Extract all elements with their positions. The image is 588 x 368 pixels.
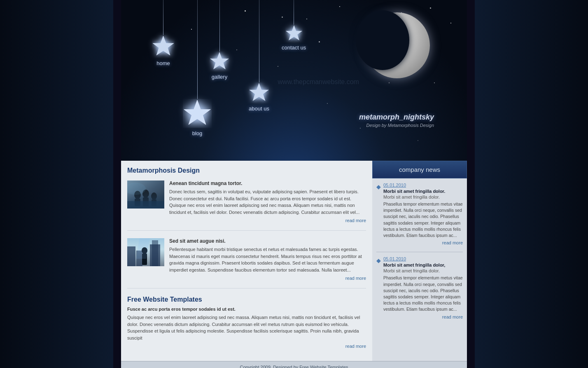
nav-blog-label: blog bbox=[192, 130, 203, 136]
content-left: Metamorphosis Design bbox=[121, 161, 372, 361]
svg-point-10 bbox=[151, 192, 157, 200]
nav-contact-label: contact us bbox=[282, 45, 306, 51]
news-bullet-1: ◆ bbox=[376, 183, 381, 245]
templates-title: Free Website Templates bbox=[127, 296, 366, 303]
news-headline-2-light: Morbi sit amet fringilla dolor. bbox=[383, 268, 463, 273]
news-item-2: ◆ 05.01.2010 Morbi sit amet fringilla do… bbox=[376, 256, 463, 319]
hanging-line-about bbox=[259, 0, 259, 82]
content-right: company news ◆ 05.01.2010 Morbi sit amet… bbox=[372, 161, 467, 361]
article-1-body: Donec lectus sem, sagittis in volutpat e… bbox=[169, 188, 366, 216]
article-1-title: Aenean tincidunt magna tortor. bbox=[169, 180, 366, 186]
templates-read-more[interactable]: read more bbox=[127, 344, 366, 349]
svg-rect-11 bbox=[152, 199, 156, 206]
star-icon-home bbox=[152, 35, 175, 58]
svg-marker-4 bbox=[184, 100, 211, 125]
nav-home-label: home bbox=[156, 60, 170, 66]
nav-gallery[interactable]: gallery bbox=[210, 0, 229, 80]
news-read-more-2[interactable]: read more bbox=[383, 314, 463, 319]
brand-tagline: Design by Metamorphosis Design bbox=[359, 123, 434, 128]
nav-contact[interactable]: contact us bbox=[282, 0, 306, 51]
company-news-header: company news bbox=[372, 161, 467, 178]
hanging-line-gallery bbox=[219, 0, 220, 52]
moon-decoration bbox=[364, 12, 430, 78]
news-headline-2-bold: Morbi sit amet fringilla dolor, bbox=[383, 263, 463, 267]
brand-block: metamorph_nightsky Design by Metamorphos… bbox=[359, 113, 434, 128]
brand-name: metamorph_nightsky bbox=[359, 113, 434, 122]
article-1-read-more[interactable]: read more bbox=[169, 218, 366, 223]
business-image-svg bbox=[127, 180, 164, 209]
news-bullet-2: ◆ bbox=[376, 257, 381, 319]
nav-gallery-label: gallery bbox=[212, 74, 227, 80]
star-icon-about bbox=[249, 82, 269, 103]
svg-marker-2 bbox=[286, 26, 302, 40]
svg-marker-3 bbox=[250, 83, 268, 101]
article-2-content: Sed sit amet augue nisi. Pellentesque ha… bbox=[169, 238, 366, 281]
templates-section: Free Website Templates Fusce ac arcu por… bbox=[127, 296, 366, 355]
nav-blog[interactable]: blog bbox=[183, 0, 212, 136]
news-date-2[interactable]: 05.01.2010 bbox=[383, 256, 463, 261]
star-icon-gallery bbox=[210, 52, 229, 71]
news-headline-1-light: Morbi sit amet fringilla dolor. bbox=[383, 195, 463, 199]
svg-marker-1 bbox=[210, 52, 229, 69]
news-date-1[interactable]: 05.01.2010 bbox=[383, 183, 463, 188]
templates-subtitle: Fusce ac arcu porta eros tempor sodales … bbox=[127, 307, 366, 312]
article-2-body: Pellentesque habitant morbi tristique se… bbox=[169, 246, 366, 273]
article-2: Sed sit amet augue nisi. Pellentesque ha… bbox=[127, 238, 366, 288]
svg-marker-0 bbox=[153, 36, 174, 55]
news-headline-1-bold: Morbi sit amet fringilla dolor. bbox=[383, 189, 463, 194]
star-icon-contact bbox=[285, 25, 303, 42]
star-icon-blog bbox=[183, 99, 212, 128]
header: home gallery contact us bbox=[121, 0, 467, 161]
news-content-2: 05.01.2010 Morbi sit amet fringilla dolo… bbox=[383, 256, 463, 319]
article-2-read-more[interactable]: read more bbox=[169, 276, 366, 281]
news-divider bbox=[376, 252, 463, 252]
article-1-content: Aenean tincidunt magna tortor. Donec lec… bbox=[169, 180, 366, 223]
hanging-line-home bbox=[163, 0, 163, 35]
footer: Copyright 2009. Designed by Free Website… bbox=[121, 361, 467, 368]
news-content-1: 05.01.2010 Morbi sit amet fringilla dolo… bbox=[383, 183, 463, 245]
news-body-1: Phasellus tempor elementum metus vitae i… bbox=[383, 201, 463, 239]
templates-body: Quisque nec eros vel enim laoreet adipis… bbox=[127, 314, 366, 341]
article-2-title: Sed sit amet augue nisi. bbox=[169, 238, 366, 244]
person-image-svg bbox=[127, 238, 164, 266]
svg-rect-12 bbox=[127, 201, 164, 209]
nav-home[interactable]: home bbox=[152, 0, 175, 66]
hanging-line-contact bbox=[294, 0, 294, 25]
section-title: Metamorphosis Design bbox=[127, 167, 366, 176]
news-item-1: ◆ 05.01.2010 Morbi sit amet fringilla do… bbox=[376, 183, 463, 245]
news-read-more-1[interactable]: read more bbox=[383, 240, 463, 245]
nav-about[interactable]: about us bbox=[249, 0, 269, 112]
footer-copyright: Copyright 2009. Designed by Free Website… bbox=[124, 365, 464, 368]
hanging-line-blog bbox=[197, 0, 198, 99]
svg-rect-9 bbox=[143, 197, 149, 206]
article-1-image bbox=[127, 180, 164, 209]
nav-about-label: about us bbox=[249, 105, 269, 112]
svg-point-6 bbox=[134, 191, 141, 199]
news-items: ◆ 05.01.2010 Morbi sit amet fringilla do… bbox=[372, 178, 467, 330]
main-content: Metamorphosis Design bbox=[121, 161, 467, 361]
news-body-2: Phasellus tempor elementum metus vitae i… bbox=[383, 275, 463, 312]
article-2-image bbox=[127, 238, 164, 266]
article-1: Aenean tincidunt magna tortor. Donec lec… bbox=[127, 180, 366, 231]
svg-rect-7 bbox=[135, 199, 140, 206]
svg-rect-18 bbox=[152, 240, 158, 266]
svg-rect-15 bbox=[127, 246, 135, 266]
